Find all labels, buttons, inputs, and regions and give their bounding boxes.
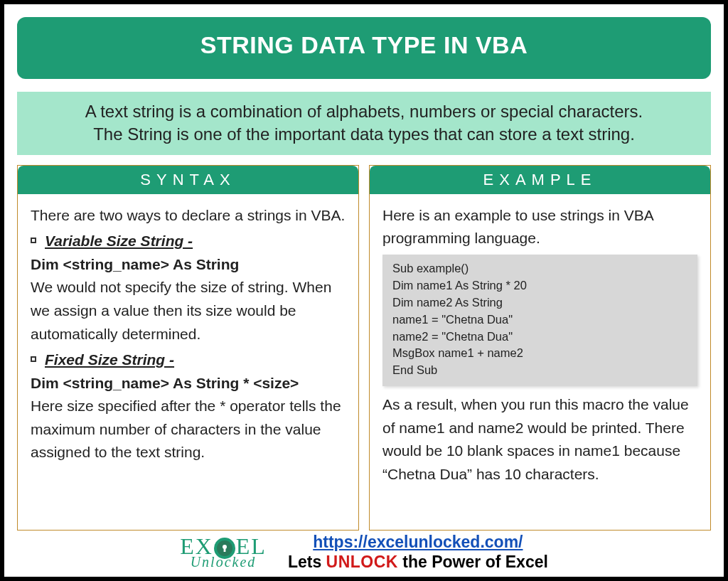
example-header: EXAMPLE <box>370 166 710 194</box>
intro-line-2: The String is one of the important data … <box>36 123 692 146</box>
example-code-block: Sub example() Dim name1 As String * 20 D… <box>382 255 697 386</box>
intro-line-1: A text string is a combination of alphab… <box>36 100 692 123</box>
example-panel: EXAMPLE Here is an example to use string… <box>369 165 711 531</box>
example-body: Here is an example to use strings in VBA… <box>370 194 710 494</box>
syntax-panel: SYNTAX There are two ways to declare a s… <box>17 165 359 531</box>
syntax-variable-declaration: Dim <string_name> As String <box>31 253 346 277</box>
page-title: STRING DATA TYPE IN VBA <box>17 17 711 79</box>
syntax-header: SYNTAX <box>18 166 358 194</box>
tagline: Lets UNLOCK the Power of Excel <box>288 553 548 571</box>
columns: SYNTAX There are two ways to declare a s… <box>17 165 711 531</box>
bullet-icon <box>31 356 36 362</box>
footer-text: https://excelunlocked.com/ Lets UNLOCK t… <box>288 532 548 573</box>
syntax-variable-bullet: Variable Size String - <box>31 230 346 253</box>
example-result: As a result, when you run this macro the… <box>382 393 697 486</box>
document-frame: STRING DATA TYPE IN VBA A text string is… <box>0 0 728 581</box>
tagline-unlock: UNLOCK <box>326 553 398 571</box>
example-intro: Here is an example to use strings in VBA… <box>382 204 697 250</box>
bullet-icon <box>31 238 36 243</box>
intro-box: A text string is a combination of alphab… <box>17 92 711 155</box>
tagline-pre: Lets <box>288 553 326 571</box>
syntax-body: There are two ways to declare a strings … <box>18 194 358 471</box>
keyhole-icon <box>214 538 235 559</box>
footer: EX EL Unlocked https://excelunlocked.com… <box>17 531 711 573</box>
tagline-post: the Power of Excel <box>398 553 548 571</box>
syntax-variable-title: Variable Size String - <box>45 230 193 253</box>
syntax-fixed-bullet: Fixed Size String - <box>31 348 346 372</box>
syntax-intro: There are two ways to declare a strings … <box>31 204 346 228</box>
syntax-fixed-title: Fixed Size String - <box>45 348 174 372</box>
syntax-variable-description: We would not specify the size of string.… <box>31 276 346 346</box>
brand-logo: EX EL Unlocked <box>180 536 267 568</box>
svg-rect-1 <box>223 548 225 552</box>
site-link[interactable]: https://excelunlocked.com/ <box>313 533 523 551</box>
syntax-fixed-declaration: Dim <string_name> As String * <size> <box>31 372 346 395</box>
syntax-fixed-description: Here size specified after the * operator… <box>31 395 346 464</box>
